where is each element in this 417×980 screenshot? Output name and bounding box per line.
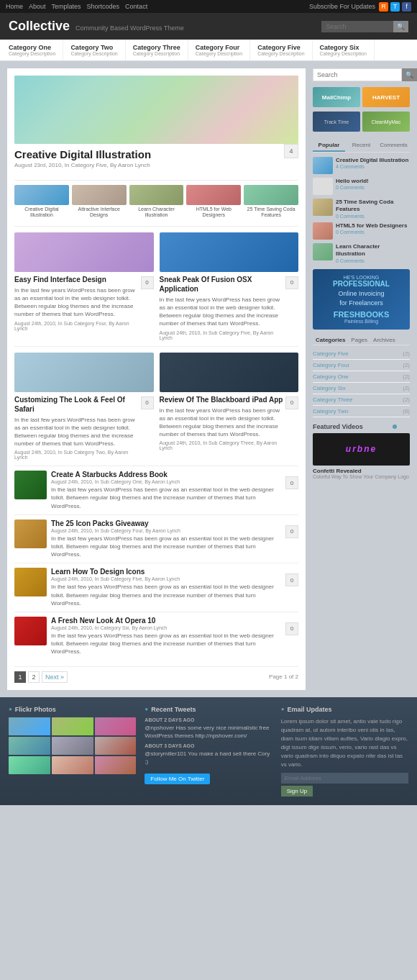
nav-home[interactable]: Home [6,3,23,10]
cat-list-name-1[interactable]: Category Five [313,350,349,357]
featured-title[interactable]: Creative Digital Illustration [14,148,151,160]
grid-post-1: Easy Find Interface Design In the last f… [14,232,154,340]
sidebar-post-title-4[interactable]: HTML5 for Web Designers [336,222,407,230]
cat-list-name-2[interactable]: Category Four [313,362,349,368]
cat-list-name-6[interactable]: Category Two [313,408,348,414]
video-thumbnail[interactable]: urbne [313,433,410,466]
grid-comment-3[interactable]: 0 [141,396,154,409]
thumb-item-5[interactable]: 25 Time Saving Coda Features [244,185,298,219]
twitter-follow-button[interactable]: Follow Me On Twitter [145,773,210,784]
grid-comment-2[interactable]: 0 [285,276,298,289]
grid-title-4[interactable]: Review Of The Blackboard iPad App [160,395,286,404]
grid-meta-2: August 24th, 2010, In Sub Category Five,… [160,330,286,340]
flickr-thumb-9[interactable] [95,756,137,774]
video-title[interactable]: Confetti Revealed [313,468,410,474]
cat-nav-item-6[interactable]: Category Six Category Description [313,40,375,60]
flickr-thumb-4[interactable] [9,737,50,755]
flickr-thumb-6[interactable] [95,737,137,755]
tab-recent[interactable]: Recent [345,140,377,152]
facebook-icon[interactable]: f [402,2,411,12]
twitter-icon[interactable]: T [390,2,400,12]
flickr-thumb-5[interactable] [52,737,93,755]
sidebar-search-button[interactable]: 🔍 [402,68,417,81]
list-comment-3[interactable]: 0 [285,573,298,586]
grid-title-2[interactable]: Sneak Peak Of Fusion OSX Application [160,275,286,294]
email-address-input[interactable] [281,773,408,784]
cat-list-name-3[interactable]: Category One [313,373,349,380]
tab-popular[interactable]: Popular [313,140,345,152]
thumb-item-3[interactable]: Learn Character Illustration [129,185,184,219]
flickr-thumb-1[interactable] [9,717,50,735]
cat-list-name-5[interactable]: Category Three [313,396,352,403]
header-search-input[interactable] [321,21,393,32]
thumb-img-3 [129,185,184,205]
cat-nav-item-4[interactable]: Category Four Category Description [188,40,250,60]
cat-desc-5: Category Description [257,51,304,56]
cat-nav-item-1[interactable]: Category One Category Description [9,40,63,60]
fb-brand: FRESHBOOKS [319,310,404,319]
list-comment-2[interactable]: 0 [285,525,298,538]
thumb-item-4[interactable]: HTML5 for Web Designers [186,185,241,219]
grid-title-1[interactable]: Easy Find Interface Design [14,275,141,284]
thumb-item-1[interactable]: Creative Digital Illustration [14,185,69,219]
ss-tab-pages[interactable]: Pages [348,335,370,345]
page-2[interactable]: 2 [28,671,40,683]
top-nav: Home About Templates Shortcodes Contact … [0,0,417,13]
sidebar-search: 🔍 [313,68,410,81]
thumb-item-2[interactable]: Attractive Interface Designs [72,185,127,219]
header-search-button[interactable]: 🔍 [393,21,408,32]
sidebar-post-title-1[interactable]: Creative Digital Illustration [336,157,408,164]
list-title-3[interactable]: Learn How To Design Icons [51,568,281,576]
cat-nav-item-3[interactable]: Category Three Category Description [126,40,188,60]
cat-nav-item-5[interactable]: Category Five Category Description [250,40,312,60]
featured-comment-count[interactable]: 4 [284,144,298,158]
ad-time[interactable]: Track Time [313,112,360,132]
grid-post-2: Sneak Peak Of Fusion OSX Application In … [160,232,299,340]
ad-cleanmac[interactable]: CleanMyMac [362,112,410,132]
grid-text-2: In the last few years WordPress has been… [160,296,286,328]
cat-nav-item-2[interactable]: Category Two Category Description [63,40,125,60]
grid-comment-4[interactable]: 0 [285,396,298,409]
nav-contact[interactable]: Contact [125,3,147,10]
dot-1[interactable] [393,425,397,429]
ad-mailchimp[interactable]: MailChimp [313,87,360,107]
sidebar-search-input[interactable] [313,68,402,81]
cat-list-count-2: (2) [403,362,410,368]
dot-2[interactable] [399,425,403,429]
list-comment-4[interactable]: 0 [285,622,298,635]
list-title-4[interactable]: A Fresh New Look At Opera 10 [51,617,281,625]
freshbooks-ad[interactable]: HE'S LOOKING PROFESSIONAL Online Invoici… [313,269,410,330]
rss-icon[interactable]: R [379,2,388,12]
flickr-thumb-2[interactable] [52,717,93,735]
email-signup-button[interactable]: Sign Up [281,786,313,797]
tab-comments[interactable]: Comments [377,140,410,152]
grid-post-3: Customizing The Look & Feel Of Safari In… [14,353,154,460]
grid-comment-1[interactable]: 0 [141,276,154,289]
page-1[interactable]: 1 [14,671,26,683]
dot-3[interactable] [405,425,410,429]
grid-title-3[interactable]: Customizing The Look & Feel Of Safari [14,395,141,414]
list-comment-1[interactable]: 0 [285,476,298,489]
list-title-2[interactable]: The 25 Icon Packs Giveaway [51,520,281,527]
subscribe-label: Subscribe For Updates [309,3,375,10]
sidebar-post-title-5[interactable]: Learn Character Illustration [336,243,410,258]
flickr-thumb-8[interactable] [52,756,93,774]
sidebar-post-title-3[interactable]: 25 Time Saving Coda Features [336,199,410,214]
ss-tab-archives[interactable]: Archives [370,335,398,345]
thumb-label-5: 25 Time Saving Coda Features [244,207,298,219]
nav-templates[interactable]: Templates [52,3,81,10]
nav-shortcodes[interactable]: Shortcodes [87,3,120,10]
email-description: Lorem ipsum dolor sit amet, antio vale t… [281,717,408,769]
flickr-thumb-3[interactable] [95,717,137,735]
top-nav-links: Home About Templates Shortcodes Contact [6,3,147,10]
page-next[interactable]: Next » [42,671,68,683]
list-title-1[interactable]: Create A Starbucks Address Book [51,471,281,478]
flickr-title: Flickr Photos [9,706,136,713]
list-thumb-2 [14,520,47,548]
flickr-thumb-7[interactable] [9,756,50,774]
nav-about[interactable]: About [29,3,46,10]
cat-list-name-4[interactable]: Category Six [313,385,346,391]
ss-tab-categories[interactable]: Categories [313,335,348,345]
sidebar-post-title-2[interactable]: Hello world! [336,178,369,185]
ad-harvest[interactable]: HARVEST [362,87,410,107]
